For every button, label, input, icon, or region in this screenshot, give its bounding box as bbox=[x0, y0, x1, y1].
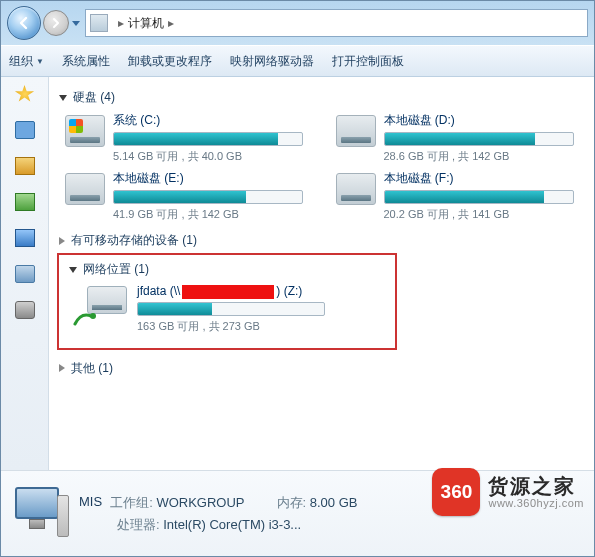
section-other[interactable]: 其他 (1) bbox=[59, 360, 580, 377]
cpu-value: Intel(R) Core(TM) i3-3... bbox=[163, 517, 301, 532]
drive-title: 系统 (C:) bbox=[113, 112, 310, 129]
section-hdd-label: 硬盘 (4) bbox=[73, 89, 115, 106]
usage-text: 20.2 GB 可用 , 共 141 GB bbox=[384, 207, 581, 222]
uninstall-programs-button[interactable]: 卸载或更改程序 bbox=[128, 53, 212, 70]
forward-button[interactable] bbox=[43, 10, 69, 36]
network-drive-icon bbox=[73, 286, 127, 326]
history-dropdown[interactable] bbox=[69, 6, 83, 40]
computer-name: MIS bbox=[79, 494, 102, 512]
section-netloc-label: 网络位置 (1) bbox=[83, 261, 149, 278]
favorites-icon[interactable] bbox=[15, 85, 35, 103]
pictures-icon[interactable] bbox=[15, 193, 35, 211]
cpu-label: 处理器: bbox=[117, 517, 160, 532]
memory-label: 内存: bbox=[277, 495, 307, 510]
command-toolbar: 组织 ▼ 系统属性 卸载或更改程序 映射网络驱动器 打开控制面板 bbox=[1, 45, 594, 77]
usage-text: 28.6 GB 可用 , 共 142 GB bbox=[384, 149, 581, 164]
section-network-location[interactable]: 网络位置 (1) bbox=[69, 261, 385, 278]
breadcrumb-root[interactable]: 计算机 bbox=[128, 15, 164, 32]
usage-text: 5.14 GB 可用 , 共 40.0 GB bbox=[113, 149, 310, 164]
content-pane: 硬盘 (4) 系统 (C:) 5.14 GB 可用 , 共 40.0 GB 本地… bbox=[49, 77, 594, 470]
drive-title: 本地磁盘 (F:) bbox=[384, 170, 581, 187]
highlight-box: 网络位置 (1) jfdata (\\ bbox=[57, 253, 397, 350]
network-drive-z[interactable]: jfdata (\\) (Z:) 163 GB 可用 , 共 273 GB bbox=[73, 284, 385, 334]
drive-title: 本地磁盘 (D:) bbox=[384, 112, 581, 129]
drive-f[interactable]: 本地磁盘 (F:) 20.2 GB 可用 , 共 141 GB bbox=[336, 170, 581, 222]
address-bar[interactable]: ▸ 计算机 ▸ bbox=[85, 9, 588, 37]
map-network-drive-button[interactable]: 映射网络驱动器 bbox=[230, 53, 314, 70]
drive-grid: 系统 (C:) 5.14 GB 可用 , 共 40.0 GB 本地磁盘 (D:)… bbox=[65, 112, 580, 222]
chevron-down-icon: ▼ bbox=[36, 57, 44, 66]
workgroup-label: 工作组: bbox=[110, 495, 153, 510]
section-hard-drives[interactable]: 硬盘 (4) bbox=[59, 89, 580, 106]
svg-point-0 bbox=[90, 313, 96, 319]
computer-icon bbox=[90, 14, 108, 32]
usage-bar bbox=[384, 190, 574, 204]
drive-icon bbox=[336, 115, 376, 147]
netdrive-suffix: ) (Z:) bbox=[276, 284, 302, 298]
drive-title: jfdata (\\) (Z:) bbox=[137, 284, 385, 299]
usage-bar bbox=[137, 302, 325, 316]
section-removable[interactable]: 有可移动存储的设备 (1) bbox=[59, 232, 580, 249]
section-other-label: 其他 (1) bbox=[71, 360, 113, 377]
usage-bar bbox=[113, 190, 303, 204]
controlpanel-label: 打开控制面板 bbox=[332, 53, 404, 70]
open-control-panel-button[interactable]: 打开控制面板 bbox=[332, 53, 404, 70]
usage-fill bbox=[138, 303, 212, 315]
back-button[interactable] bbox=[7, 6, 41, 40]
netdrive-prefix: jfdata (\\ bbox=[137, 284, 180, 298]
drive-icon bbox=[65, 173, 105, 205]
usage-fill bbox=[385, 191, 545, 203]
computer-icon[interactable] bbox=[15, 265, 35, 283]
drive-c[interactable]: 系统 (C:) 5.14 GB 可用 , 共 40.0 GB bbox=[65, 112, 310, 164]
brand-title: 货源之家 bbox=[488, 475, 584, 497]
usage-fill bbox=[114, 191, 246, 203]
details-grid: MIS 工作组: WORKGROUP 内存: 8.00 GB 处理器: Inte… bbox=[79, 494, 357, 534]
collapse-icon bbox=[59, 95, 67, 101]
usage-fill bbox=[385, 133, 535, 145]
uninstall-label: 卸载或更改程序 bbox=[128, 53, 212, 70]
drive-d[interactable]: 本地磁盘 (D:) 28.6 GB 可用 , 共 142 GB bbox=[336, 112, 581, 164]
expand-icon bbox=[59, 364, 65, 372]
usage-bar bbox=[384, 132, 574, 146]
brand-url: www.360hyzj.com bbox=[488, 497, 584, 509]
organize-menu[interactable]: 组织 ▼ bbox=[9, 53, 44, 70]
music-icon[interactable] bbox=[15, 229, 35, 247]
computer-large-icon bbox=[11, 485, 69, 543]
libraries-icon[interactable] bbox=[15, 157, 35, 175]
redacted-server bbox=[182, 285, 274, 299]
collapse-icon bbox=[69, 267, 77, 273]
mapdrive-label: 映射网络驱动器 bbox=[230, 53, 314, 70]
usage-fill bbox=[114, 133, 278, 145]
nav-pane bbox=[1, 77, 49, 470]
brand-badge: 360 bbox=[432, 468, 480, 516]
drive-e[interactable]: 本地磁盘 (E:) 41.9 GB 可用 , 共 142 GB bbox=[65, 170, 310, 222]
section-removable-label: 有可移动存储的设备 (1) bbox=[71, 232, 197, 249]
system-properties-button[interactable]: 系统属性 bbox=[62, 53, 110, 70]
sysprop-label: 系统属性 bbox=[62, 53, 110, 70]
usage-bar bbox=[113, 132, 303, 146]
drive-icon bbox=[336, 173, 376, 205]
organize-label: 组织 bbox=[9, 53, 33, 70]
breadcrumb-separator: ▸ bbox=[168, 16, 174, 30]
usage-text: 163 GB 可用 , 共 273 GB bbox=[137, 319, 385, 334]
expand-icon bbox=[59, 237, 65, 245]
explorer-window: ▸ 计算机 ▸ 组织 ▼ 系统属性 卸载或更改程序 映射网络驱动器 打开控制面板 bbox=[0, 0, 595, 557]
main-area: 硬盘 (4) 系统 (C:) 5.14 GB 可用 , 共 40.0 GB 本地… bbox=[1, 77, 594, 470]
drive-title: 本地磁盘 (E:) bbox=[113, 170, 310, 187]
breadcrumb-separator: ▸ bbox=[118, 16, 124, 30]
workgroup-value: WORKGROUP bbox=[156, 495, 244, 510]
usage-text: 41.9 GB 可用 , 共 142 GB bbox=[113, 207, 310, 222]
drive-icon bbox=[65, 115, 105, 147]
watermark-logo: 360 货源之家 www.360hyzj.com bbox=[432, 468, 584, 516]
nav-bar: ▸ 计算机 ▸ bbox=[1, 1, 594, 45]
desktop-icon[interactable] bbox=[15, 121, 35, 139]
memory-value: 8.00 GB bbox=[310, 495, 358, 510]
network-icon[interactable] bbox=[15, 301, 35, 319]
